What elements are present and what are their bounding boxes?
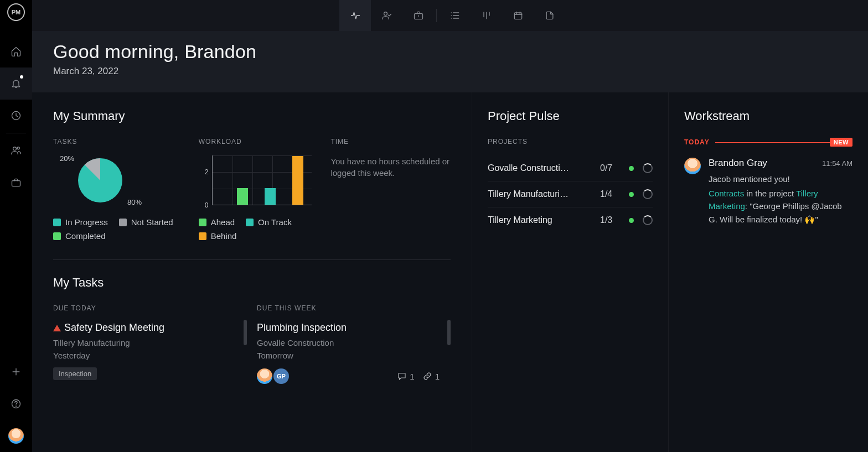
status-dot-icon <box>629 192 634 197</box>
tasks-label: TASKS <box>53 138 193 146</box>
tab-team[interactable] <box>371 0 402 31</box>
tab-portfolio[interactable] <box>402 0 434 31</box>
pulse-title: Project Pulse <box>488 109 653 123</box>
tasks-legend: In Progress Not Started Completed <box>53 217 193 241</box>
ws-mention-line: Jacob mentioned you! <box>709 174 852 184</box>
legend-label: Ahead <box>211 217 235 227</box>
project-name: Tillery Manufacturi… <box>488 189 600 199</box>
column-workstream: Workstream TODAY NEW Brandon Gray 11:54 … <box>669 92 868 452</box>
swatch <box>53 219 61 226</box>
ws-time: 11:54 AM <box>822 159 852 168</box>
project-name: Govalle Constructi… <box>488 163 600 173</box>
tab-pulse[interactable] <box>339 0 371 31</box>
team-icon <box>381 10 392 21</box>
my-summary-title: My Summary <box>53 109 451 123</box>
project-row[interactable]: Tillery Manufacturi… 1/4 <box>488 181 653 207</box>
task-project: Govalle Construction <box>257 337 440 350</box>
task-tag: Inspection <box>53 367 97 380</box>
ws-author: Brandon Gray <box>709 158 767 169</box>
time-text: You have no hours scheduled or logged th… <box>330 155 451 179</box>
help-icon <box>11 398 22 409</box>
home-icon <box>11 46 22 57</box>
nav-help[interactable] <box>0 388 32 420</box>
status-dot-icon <box>629 218 634 223</box>
ws-today-label: TODAY <box>684 138 710 146</box>
pie-label-80: 80% <box>127 198 142 206</box>
clock-icon <box>11 110 22 121</box>
swatch <box>246 219 254 226</box>
bar-behind <box>292 156 303 205</box>
app-logo[interactable]: PM <box>7 3 25 21</box>
bar-ahead <box>237 188 248 205</box>
legend-label: Not Started <box>131 217 173 227</box>
pie-label-20: 20% <box>60 154 74 163</box>
ws-link-contracts[interactable]: Contracts <box>709 189 744 198</box>
attachment-count[interactable]: 1 <box>422 371 440 381</box>
content: My Summary TASKS 20% 80% <box>32 92 868 452</box>
bar-ontrack <box>265 188 276 205</box>
task-when: Yesterday <box>53 350 236 362</box>
comment-count[interactable]: 1 <box>397 371 414 381</box>
greeting-text: Good morning, Brandon <box>53 41 847 63</box>
assignee-avatar <box>257 368 272 384</box>
svg-point-1 <box>13 147 17 150</box>
divider <box>53 259 451 260</box>
ws-today-divider: TODAY NEW <box>684 138 852 147</box>
tab-files[interactable] <box>534 0 565 31</box>
loading-spinner-icon <box>643 163 653 173</box>
project-row[interactable]: Tillery Marketing 1/3 <box>488 207 653 233</box>
scroll-thumb[interactable] <box>447 320 451 345</box>
sidebar: PM <box>0 0 32 452</box>
summary-time-block: TIME You have no hours scheduled or logg… <box>330 138 451 241</box>
tab-board[interactable] <box>471 0 502 31</box>
loading-spinner-icon <box>643 215 653 225</box>
tab-separator <box>436 9 437 22</box>
workstream-title: Workstream <box>684 109 852 123</box>
nav-home[interactable] <box>0 35 32 67</box>
swatch <box>199 219 206 226</box>
scroll-thumb[interactable] <box>244 320 247 345</box>
task-card[interactable]: Safety Design Meeting Tillery Manufactur… <box>53 322 236 380</box>
file-icon <box>544 10 555 21</box>
bell-icon <box>11 78 22 89</box>
svg-point-2 <box>17 147 19 149</box>
workload-label: WORKLOAD <box>199 138 326 146</box>
task-name: Plumbing Inspection <box>257 322 347 334</box>
project-row[interactable]: Govalle Constructi… 0/7 <box>488 155 653 181</box>
nav-notifications[interactable] <box>0 67 32 100</box>
task-card[interactable]: Plumbing Inspection Govalle Construction… <box>257 322 440 384</box>
svg-rect-8 <box>514 13 521 19</box>
nav-portfolio[interactable] <box>0 167 32 199</box>
legend-item: Ahead <box>199 217 235 227</box>
loading-spinner-icon <box>643 189 653 199</box>
comment-icon <box>397 371 407 381</box>
activity-icon <box>350 10 361 21</box>
page-header: Good morning, Brandon March 23, 2022 <box>32 31 868 92</box>
legend-label: In Progress <box>65 217 108 227</box>
tab-calendar[interactable] <box>502 0 534 31</box>
legend-item: On Track <box>246 217 292 227</box>
time-label: TIME <box>330 138 451 146</box>
summary-tasks-block: TASKS 20% 80% In Progress Not Started <box>53 138 193 241</box>
project-count: 1/4 <box>600 189 620 199</box>
summary-workload-block: WORKLOAD 2 0 <box>199 138 326 241</box>
nav-add[interactable] <box>0 356 32 388</box>
board-icon <box>481 10 492 21</box>
legend-label: On Track <box>258 217 292 227</box>
ws-avatar <box>684 158 701 174</box>
tab-list[interactable] <box>439 0 471 31</box>
svg-point-6 <box>384 12 387 15</box>
bar-ytick-0: 0 <box>205 201 209 209</box>
nav-profile[interactable] <box>0 420 32 452</box>
workstream-item[interactable]: Brandon Gray 11:54 AM Jacob mentioned yo… <box>684 158 852 226</box>
nav-time[interactable] <box>0 100 32 132</box>
swatch <box>119 219 127 226</box>
nav-team[interactable] <box>0 134 32 167</box>
swatch <box>53 232 61 240</box>
project-name: Tillery Marketing <box>488 215 600 225</box>
due-today-label: DUE TODAY <box>53 304 236 312</box>
due-week-col: DUE THIS WEEK Plumbing Inspection Govall… <box>257 304 451 384</box>
legend-item: Behind <box>199 231 237 241</box>
task-name: Safety Design Meeting <box>64 322 164 334</box>
project-count: 0/7 <box>600 163 620 173</box>
